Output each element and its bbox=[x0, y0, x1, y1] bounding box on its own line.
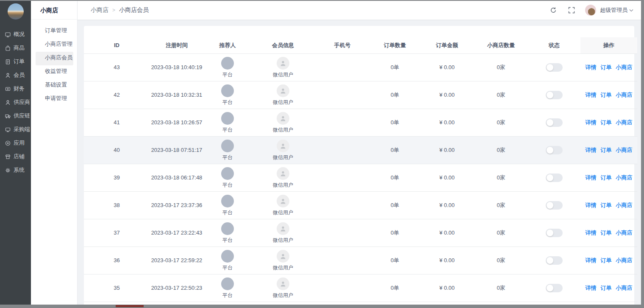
finance-icon bbox=[5, 86, 11, 92]
detail-link[interactable]: 详情 bbox=[586, 285, 597, 291]
detail-link[interactable]: 详情 bbox=[586, 174, 597, 181]
brand-logo-photo bbox=[8, 3, 24, 20]
member-label: 微信用户 bbox=[273, 127, 293, 133]
table-row[interactable]: 42 2023-03-18 10:32:31 平台 bbox=[84, 81, 637, 109]
sidebar-item-procurement[interactable]: 采购端 bbox=[0, 123, 31, 136]
order-link[interactable]: 订单 bbox=[601, 64, 612, 70]
cell-member-info: 微信用户 bbox=[251, 136, 315, 164]
cell-status bbox=[528, 164, 580, 191]
sidebar-item-apps[interactable]: 应用 bbox=[0, 136, 31, 150]
user-menu[interactable]: 超级管理员 bbox=[585, 5, 633, 16]
shop-link[interactable]: 小商店 bbox=[616, 257, 633, 263]
referrer-avatar bbox=[221, 140, 234, 152]
sidebar-item-supply-chain[interactable]: 供应链 bbox=[0, 109, 31, 123]
sidebar-item-system[interactable]: 系统 bbox=[0, 163, 31, 177]
shop-link[interactable]: 小商店 bbox=[616, 119, 633, 126]
shop-link[interactable]: 小商店 bbox=[616, 64, 633, 70]
referrer-avatar bbox=[221, 84, 234, 97]
order-link[interactable]: 订单 bbox=[601, 147, 612, 153]
cell-id: 37 bbox=[84, 219, 150, 246]
cell-id: 42 bbox=[84, 81, 150, 109]
sidebar-item-supplier[interactable]: 供应商 bbox=[0, 95, 31, 109]
breadcrumb-item[interactable]: 小商店 bbox=[91, 6, 108, 14]
referrer-label: 平台 bbox=[222, 292, 233, 298]
order-link[interactable]: 订单 bbox=[601, 202, 612, 208]
shop-link[interactable]: 小商店 bbox=[616, 92, 633, 98]
cell-referrer: 平台 bbox=[204, 274, 251, 302]
sidebar-item-goods[interactable]: 商品 bbox=[0, 41, 31, 55]
cell-order-amount: ¥ 0.00 bbox=[420, 191, 474, 219]
status-toggle[interactable] bbox=[546, 174, 563, 182]
table-row[interactable]: 37 2023-03-17 23:22:43 平台 bbox=[84, 219, 637, 246]
cell-register-time: 2023-03-18 10:40:19 bbox=[150, 53, 204, 81]
detail-link[interactable]: 详情 bbox=[586, 92, 597, 98]
table-row[interactable]: 41 2023-03-18 10:26:57 平台 bbox=[84, 109, 637, 136]
referrer-avatar bbox=[221, 250, 234, 263]
shop-link[interactable]: 小商店 bbox=[616, 285, 633, 291]
order-link[interactable]: 订单 bbox=[601, 257, 612, 263]
table-row[interactable]: 35 2023-03-17 22:50:23 平台 bbox=[84, 274, 637, 302]
status-toggle[interactable] bbox=[546, 201, 563, 210]
detail-link[interactable]: 详情 bbox=[586, 257, 597, 263]
table-row[interactable]: 40 2023-03-18 07:51:17 平台 bbox=[84, 136, 637, 164]
referrer-label: 平台 bbox=[222, 237, 233, 243]
detail-link[interactable]: 详情 bbox=[586, 147, 597, 153]
status-toggle[interactable] bbox=[546, 284, 563, 292]
detail-link[interactable]: 详情 bbox=[586, 202, 597, 208]
cell-actions: 详情订单小商店 bbox=[580, 191, 637, 219]
submenu-item-application-management[interactable]: 申请管理 bbox=[36, 92, 73, 106]
topbar: 小商店 > 小商店会员 超级管理员 bbox=[78, 1, 641, 20]
cell-referrer: 平台 bbox=[204, 246, 251, 274]
shop-link[interactable]: 小商店 bbox=[616, 202, 633, 208]
table-row[interactable]: 39 2023-03-18 06:17:48 平台 bbox=[84, 164, 637, 191]
detail-link[interactable]: 详情 bbox=[586, 230, 597, 236]
column-header-actions: 操作 bbox=[580, 37, 637, 53]
cell-status bbox=[528, 53, 580, 81]
submenu-item-basic-settings[interactable]: 基础设置 bbox=[36, 79, 73, 92]
column-header-shop-count: 小商店数量 bbox=[474, 37, 528, 53]
status-toggle[interactable] bbox=[546, 229, 563, 237]
submenu-item-order-management[interactable]: 订单管理 bbox=[36, 25, 73, 38]
sidebar-item-members[interactable]: 会员 bbox=[0, 68, 31, 82]
detail-link[interactable]: 详情 bbox=[586, 64, 597, 70]
table-row[interactable]: 43 2023-03-18 10:40:19 平台 bbox=[84, 53, 637, 81]
sidebar-item-orders[interactable]: 订单 bbox=[0, 55, 31, 68]
submenu-item-shop-members[interactable]: 小商店会员 bbox=[36, 52, 73, 65]
refresh-icon[interactable] bbox=[550, 7, 557, 14]
cell-id: 38 bbox=[84, 191, 150, 219]
status-toggle[interactable] bbox=[546, 118, 563, 127]
cell-register-time: 2023-03-17 22:50:23 bbox=[150, 274, 204, 302]
cell-status bbox=[528, 81, 580, 109]
secondary-sidebar: 小商店 订单管理 小商店管理 小商店会员 收益管理 基础设置 申请管理 bbox=[31, 1, 78, 305]
cell-id: 41 bbox=[84, 109, 150, 136]
status-toggle[interactable] bbox=[546, 91, 563, 99]
fullscreen-icon[interactable] bbox=[568, 7, 575, 14]
table-row[interactable]: 38 2023-03-17 23:37:36 平台 bbox=[84, 191, 637, 219]
column-header-register-time: 注册时间 bbox=[150, 37, 204, 53]
submenu-item-shop-management[interactable]: 小商店管理 bbox=[36, 38, 73, 52]
sidebar-item-overview[interactable]: 概况 bbox=[0, 28, 31, 41]
order-link[interactable]: 订单 bbox=[601, 285, 612, 291]
order-link[interactable]: 订单 bbox=[601, 174, 612, 181]
detail-link[interactable]: 详情 bbox=[586, 119, 597, 126]
table-row[interactable]: 36 2023-03-17 22:59:22 平台 bbox=[84, 246, 637, 274]
shop-link[interactable]: 小商店 bbox=[616, 147, 633, 153]
order-link[interactable]: 订单 bbox=[601, 119, 612, 126]
breadcrumb-item-current: 小商店会员 bbox=[119, 6, 149, 14]
order-link[interactable]: 订单 bbox=[601, 92, 612, 98]
cell-order-amount: ¥ 0.00 bbox=[420, 164, 474, 191]
order-link[interactable]: 订单 bbox=[601, 230, 612, 236]
cell-actions: 详情订单小商店 bbox=[580, 219, 637, 246]
status-toggle[interactable] bbox=[546, 256, 563, 265]
cell-shop-count: 0家 bbox=[474, 136, 528, 164]
member-label: 微信用户 bbox=[273, 265, 293, 271]
status-toggle[interactable] bbox=[546, 146, 563, 154]
status-toggle[interactable] bbox=[546, 63, 563, 72]
main-area: 小商店 > 小商店会员 超级管理员 bbox=[78, 1, 641, 305]
shop-link[interactable]: 小商店 bbox=[616, 230, 633, 236]
shop-link[interactable]: 小商店 bbox=[616, 174, 633, 181]
sidebar-item-shop[interactable]: 店铺 bbox=[0, 150, 31, 163]
cell-actions: 详情订单小商店 bbox=[580, 53, 637, 81]
submenu-item-earnings-management[interactable]: 收益管理 bbox=[36, 65, 73, 79]
sidebar-item-finance[interactable]: 财务 bbox=[0, 82, 31, 95]
